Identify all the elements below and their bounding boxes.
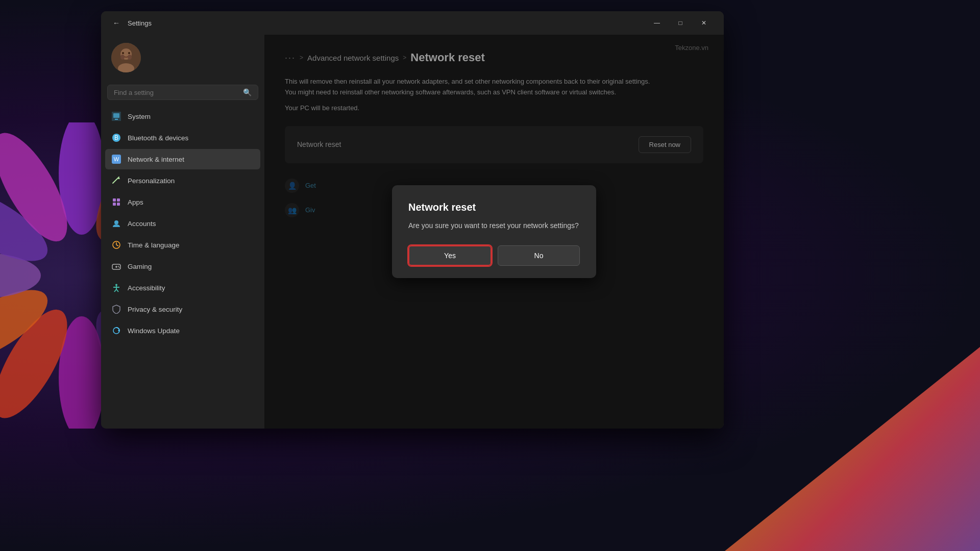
svg-rect-31	[117, 203, 120, 206]
search-input[interactable]	[114, 89, 241, 96]
main-content: Tekzone.vn ··· > Advanced network settin…	[264, 35, 724, 429]
svg-rect-20	[113, 113, 119, 118]
sidebar-item-bluetooth[interactable]: BBluetooth & devices	[105, 128, 260, 148]
privacy-icon	[111, 304, 121, 314]
sidebar-item-personalization[interactable]: Personalization	[105, 170, 260, 191]
sidebar-item-label-personalization: Personalization	[128, 177, 175, 185]
back-button[interactable]: ←	[109, 16, 124, 30]
accessibility-icon	[111, 283, 121, 293]
sidebar-item-network[interactable]: WNetwork & internet	[105, 149, 260, 169]
sidebar-item-privacy[interactable]: Privacy & security	[105, 299, 260, 319]
window-title: Settings	[128, 19, 152, 27]
sidebar-item-label-time: Time & language	[128, 241, 180, 249]
svg-point-32	[114, 220, 118, 224]
sidebar-item-label-privacy: Privacy & security	[128, 306, 182, 313]
svg-line-35	[116, 245, 118, 246]
sidebar-item-label-apps: Apps	[128, 198, 143, 206]
avatar	[111, 43, 141, 72]
svg-point-16	[128, 52, 130, 54]
sidebar-item-accounts[interactable]: Accounts	[105, 213, 260, 234]
accounts-icon	[111, 218, 121, 229]
sidebar-item-label-accessibility: Accessibility	[128, 284, 165, 292]
nav-menu: SystemBBluetooth & devicesWNetwork & int…	[105, 106, 260, 342]
sidebar-item-label-update: Windows Update	[128, 327, 180, 335]
time-icon	[111, 240, 121, 250]
sidebar-item-system[interactable]: System	[105, 106, 260, 127]
svg-point-15	[122, 52, 124, 54]
svg-point-17	[120, 55, 125, 60]
window-controls: — □ ✕	[645, 15, 716, 31]
svg-point-40	[119, 267, 120, 268]
sidebar-item-label-accounts: Accounts	[128, 220, 156, 228]
search-box[interactable]: 🔍	[107, 85, 258, 100]
minimize-button[interactable]: —	[645, 15, 669, 31]
sidebar-item-accessibility[interactable]: Accessibility	[105, 278, 260, 298]
svg-rect-21	[115, 119, 118, 120]
dialog-overlay: Network reset Are you sure you want to r…	[264, 35, 724, 429]
svg-point-39	[118, 266, 119, 267]
dialog-buttons: Yes No	[408, 245, 580, 266]
sidebar-item-update[interactable]: Windows Update	[105, 320, 260, 341]
dialog-yes-button[interactable]: Yes	[408, 245, 492, 266]
sidebar-item-label-system: System	[128, 113, 151, 120]
sidebar: 🔍 SystemBBluetooth & devicesWNetwork & i…	[101, 35, 264, 429]
dialog-no-button[interactable]: No	[498, 245, 580, 266]
settings-window: ← Settings — □ ✕	[101, 11, 724, 429]
gaming-icon	[111, 261, 121, 271]
svg-line-26	[113, 177, 119, 183]
sidebar-item-time[interactable]: Time & language	[105, 235, 260, 255]
update-icon	[111, 325, 121, 336]
svg-marker-47	[118, 329, 119, 332]
svg-text:W: W	[114, 156, 119, 162]
search-icon: 🔍	[243, 88, 252, 96]
back-icon: ←	[113, 19, 120, 27]
right-decoration	[725, 347, 980, 551]
sidebar-item-label-bluetooth: Bluetooth & devices	[128, 134, 188, 142]
personalization-icon	[111, 176, 121, 186]
svg-rect-28	[113, 198, 116, 202]
dialog-message: Are you sure you want to reset your netw…	[408, 220, 580, 231]
sidebar-item-apps[interactable]: Apps	[105, 192, 260, 212]
window-content: 🔍 SystemBBluetooth & devicesWNetwork & i…	[101, 35, 724, 429]
sidebar-item-gaming[interactable]: Gaming	[105, 256, 260, 277]
maximize-button[interactable]: □	[669, 15, 692, 31]
bluetooth-icon: B	[111, 133, 121, 143]
svg-line-45	[116, 289, 118, 292]
svg-rect-29	[117, 198, 120, 202]
sidebar-item-label-gaming: Gaming	[128, 263, 152, 270]
svg-rect-30	[113, 203, 116, 206]
svg-point-41	[115, 284, 117, 286]
titlebar: ← Settings — □ ✕	[101, 11, 724, 35]
svg-text:B: B	[114, 134, 118, 141]
apps-icon	[111, 197, 121, 207]
network-reset-dialog: Network reset Are you sure you want to r…	[392, 185, 596, 278]
sidebar-item-label-network: Network & internet	[128, 156, 184, 163]
system-icon	[111, 111, 121, 121]
network-icon: W	[111, 154, 121, 164]
close-button[interactable]: ✕	[692, 15, 716, 31]
svg-point-18	[128, 55, 132, 60]
dialog-title: Network reset	[408, 202, 580, 213]
user-profile[interactable]	[105, 35, 260, 81]
